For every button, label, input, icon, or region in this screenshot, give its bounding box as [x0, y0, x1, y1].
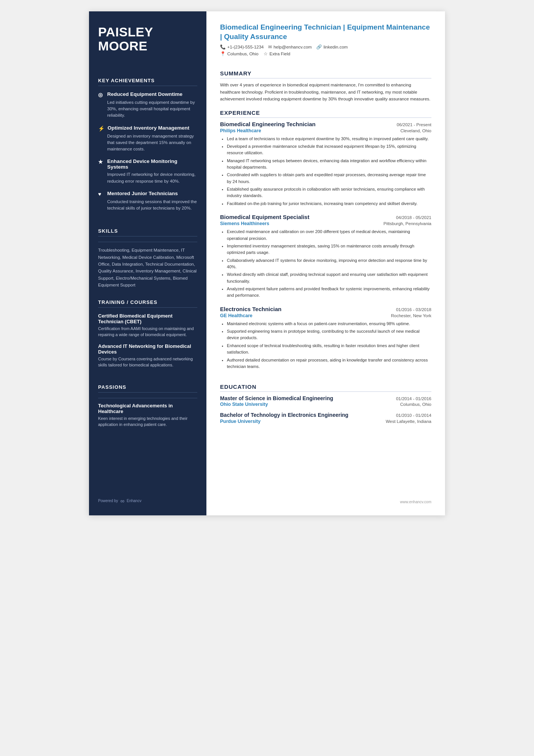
phone-icon: 📞	[220, 44, 226, 50]
experience-entry: Electronics Technician 01/2016 - 03/2018…	[220, 306, 431, 370]
achievement-desc: Designed an inventory management strateg…	[98, 133, 197, 153]
brand-name: Enhancv	[127, 499, 142, 503]
exp-location: Pittsburgh, Pennsylvania	[383, 221, 431, 226]
exp-header: Biomedical Engineering Technician 06/202…	[220, 121, 431, 127]
edu-degree: Bachelor of Technology in Electronics En…	[220, 412, 348, 418]
exp-sub: GE Healthcare Rochester, New York	[220, 313, 431, 318]
summary-title: SUMMARY	[220, 70, 431, 78]
website-url: www.enhancv.com	[400, 500, 431, 504]
edu-location: Columbus, Ohio	[400, 402, 431, 407]
main-content: Biomedical Engineering Technician | Equi…	[206, 11, 445, 515]
exp-location: Rochester, New York	[391, 313, 431, 318]
achievement-title: ♥ Mentored Junior Technicians	[98, 191, 197, 197]
resume-container: PAISLEY MOORE KEY ACHIEVEMENTS ◎ Reduced…	[89, 11, 445, 515]
passions-title: PASSIONS	[98, 384, 197, 393]
achievements-title: KEY ACHIEVEMENTS	[98, 78, 197, 86]
achievement-desc: Improved IT networking for device monito…	[98, 171, 197, 185]
education-section: EDUCATION Master of Science in Biomedica…	[220, 377, 431, 428]
experience-title: EXPERIENCE	[220, 110, 431, 118]
achievement-item: ★ Enhanced Device Monitoring Systems Imp…	[98, 158, 197, 185]
key-achievements-section: KEY ACHIEVEMENTS ◎ Reduced Equipment Dow…	[98, 67, 197, 218]
lightning-icon: ⚡	[98, 125, 105, 131]
exp-header: Electronics Technician 01/2016 - 03/2018	[220, 306, 431, 312]
last-name: MOORE	[98, 39, 147, 53]
linkedin-contact: 🔗 linkedin.com	[316, 44, 348, 50]
edu-sub: Ohio State University Columbus, Ohio	[220, 402, 431, 407]
training-section: TRAINING / COURSES Certified Biomedical …	[98, 289, 197, 374]
education-entry: Bachelor of Technology in Electronics En…	[220, 412, 431, 424]
phone-number: +1-(234)-555-1234	[227, 45, 264, 49]
name-block: PAISLEY MOORE	[98, 25, 197, 53]
email-address: help@enhancv.com	[273, 45, 312, 49]
exp-sub: Philips Healthcare Cleveland, Ohio	[220, 128, 431, 133]
exp-dates: 06/2021 - Present	[397, 122, 431, 127]
job-title: Biomedical Engineering Technician | Equi…	[220, 23, 431, 41]
exp-sub: Siemens Healthineers Pittsburgh, Pennsyl…	[220, 221, 431, 226]
edu-header: Bachelor of Technology in Electronics En…	[220, 412, 431, 418]
first-name: PAISLEY	[98, 25, 153, 39]
achievement-desc: Conducted training sessions that improve…	[98, 199, 197, 212]
exp-bullets: Maintained electronic systems with a foc…	[220, 321, 431, 370]
bullet-item: Led a team of technicians to reduce equi…	[227, 136, 431, 142]
bullet-item: Enhanced scope of technical troubleshoot…	[227, 343, 431, 356]
powered-by: Powered by ∞ Enhancv	[98, 486, 197, 504]
email-contact: ✉ help@enhancv.com	[268, 44, 312, 50]
exp-dates: 04/2018 - 05/2021	[396, 215, 431, 220]
exp-role: Biomedical Equipment Specialist	[220, 214, 309, 220]
passion-item: Technological Advancements in Healthcare…	[98, 398, 197, 428]
experience-section: EXPERIENCE Biomedical Engineering Techni…	[220, 103, 431, 377]
full-name: PAISLEY MOORE	[98, 25, 197, 53]
passion-item-desc: Keen interest in emerging technologies a…	[98, 415, 197, 428]
linkedin-url: linkedin.com	[323, 45, 348, 49]
heart-icon: ♥	[98, 191, 104, 197]
bullet-item: Supported engineering teams in prototype…	[227, 328, 431, 341]
star-outline-icon: ☆	[264, 51, 268, 56]
training-course-title: Certified Biomedical Equipment Technicia…	[98, 313, 197, 324]
footer-right: www.enhancv.com	[220, 492, 431, 504]
contact-row: 📞 +1-(234)-555-1234 ✉ help@enhancv.com 🔗…	[220, 44, 431, 50]
bullet-item: Developed a preventive maintenance sched…	[227, 143, 431, 157]
summary-section: SUMMARY With over 4 years of experience …	[220, 63, 431, 102]
bullet-item: Coordinated with suppliers to obtain par…	[227, 172, 431, 185]
training-item: Certified Biomedical Equipment Technicia…	[98, 313, 197, 338]
location-icon: 📍	[220, 51, 226, 56]
experience-entry: Biomedical Engineering Technician 06/202…	[220, 121, 431, 207]
bullet-item: Authored detailed documentation on repai…	[227, 357, 431, 370]
skills-title: SKILLS	[98, 228, 197, 236]
bullet-item: Managed IT networking setups between dev…	[227, 158, 431, 171]
exp-company: Philips Healthcare	[220, 128, 261, 133]
target-icon: ◎	[98, 92, 104, 98]
bullet-item: Facilitated on-the-job training for juni…	[227, 200, 431, 207]
training-item: Advanced IT Networking for Biomedical De…	[98, 343, 197, 368]
achievement-desc: Led initiatives cutting equipment downti…	[98, 99, 197, 119]
exp-dates: 01/2016 - 03/2018	[396, 307, 431, 312]
bullet-item: Collaboratively advanced IT systems for …	[227, 257, 431, 271]
exp-header: Biomedical Equipment Specialist 04/2018 …	[220, 214, 431, 220]
sidebar: PAISLEY MOORE KEY ACHIEVEMENTS ◎ Reduced…	[89, 11, 206, 515]
edu-degree: Master of Science in Biomedical Engineer…	[220, 395, 333, 402]
edu-location: West Lafayette, Indiana	[386, 419, 431, 424]
achievement-title: ⚡ Optimized Inventory Management	[98, 125, 197, 131]
exp-role: Biomedical Engineering Technician	[220, 121, 315, 127]
bullet-item: Executed maintenance and calibration on …	[227, 229, 431, 242]
edu-header: Master of Science in Biomedical Engineer…	[220, 395, 431, 402]
bullet-item: Worked directly with clinical staff, pro…	[227, 271, 431, 285]
achievement-title: ◎ Reduced Equipment Downtime	[98, 91, 197, 98]
passion-item-title: Technological Advancements in Healthcare	[98, 398, 197, 414]
extra-field-text: Extra Field	[269, 52, 290, 56]
achievement-item: ⚡ Optimized Inventory Management Designe…	[98, 125, 197, 153]
passions-section: PASSIONS Technological Advancements in H…	[98, 374, 197, 433]
exp-bullets: Led a team of technicians to reduce equi…	[220, 136, 431, 207]
bullet-item: Maintained electronic systems with a foc…	[227, 321, 431, 327]
training-course-title: Advanced IT Networking for Biomedical De…	[98, 343, 197, 355]
bullet-item: Established quality assurance protocols …	[227, 186, 431, 199]
main-header: Biomedical Engineering Technician | Equi…	[220, 23, 431, 56]
exp-role: Electronics Technician	[220, 306, 281, 312]
edu-school: Ohio State University	[220, 402, 268, 407]
extra-field: ☆ Extra Field	[264, 51, 290, 56]
education-title: EDUCATION	[220, 383, 431, 392]
edu-sub: Purdue University West Lafayette, Indian…	[220, 419, 431, 424]
skills-section: SKILLS Troubleshooting, Equipment Mainte…	[98, 218, 197, 288]
achievement-item: ♥ Mentored Junior Technicians Conducted …	[98, 191, 197, 212]
email-icon: ✉	[268, 44, 272, 50]
